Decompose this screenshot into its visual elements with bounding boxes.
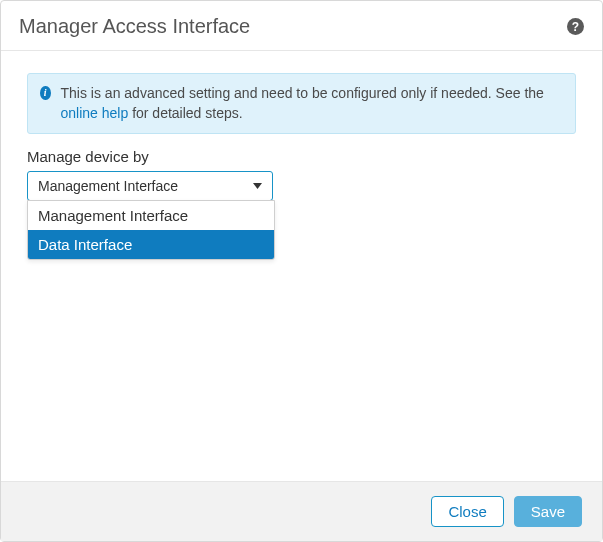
modal-footer: Close Save bbox=[1, 481, 602, 541]
dropdown-selected-value: Management Interface bbox=[38, 178, 178, 194]
save-button[interactable]: Save bbox=[514, 496, 582, 527]
modal-title: Manager Access Interface bbox=[19, 15, 250, 38]
chevron-down-icon bbox=[253, 183, 262, 189]
dropdown-list: Management Interface Data Interface bbox=[27, 200, 275, 260]
manage-device-dropdown: Management Interface Management Interfac… bbox=[27, 171, 273, 201]
modal-header: Manager Access Interface ? bbox=[1, 1, 602, 51]
manage-device-label: Manage device by bbox=[27, 148, 576, 165]
dropdown-option-management-interface[interactable]: Management Interface bbox=[28, 201, 274, 230]
modal-manager-access: Manager Access Interface ? i This is an … bbox=[0, 0, 603, 542]
manage-device-select[interactable]: Management Interface bbox=[27, 171, 273, 201]
help-icon[interactable]: ? bbox=[567, 18, 584, 35]
dropdown-option-data-interface[interactable]: Data Interface bbox=[28, 230, 274, 259]
online-help-link[interactable]: online help bbox=[61, 105, 129, 121]
info-banner: i This is an advanced setting and need t… bbox=[27, 73, 576, 134]
close-button[interactable]: Close bbox=[431, 496, 503, 527]
svg-marker-0 bbox=[253, 183, 262, 189]
info-text-pre: This is an advanced setting and need to … bbox=[61, 85, 544, 101]
modal-body: i This is an advanced setting and need t… bbox=[1, 51, 602, 481]
info-icon: i bbox=[40, 86, 51, 100]
info-text: This is an advanced setting and need to … bbox=[61, 84, 563, 123]
info-text-post: for detailed steps. bbox=[128, 105, 242, 121]
